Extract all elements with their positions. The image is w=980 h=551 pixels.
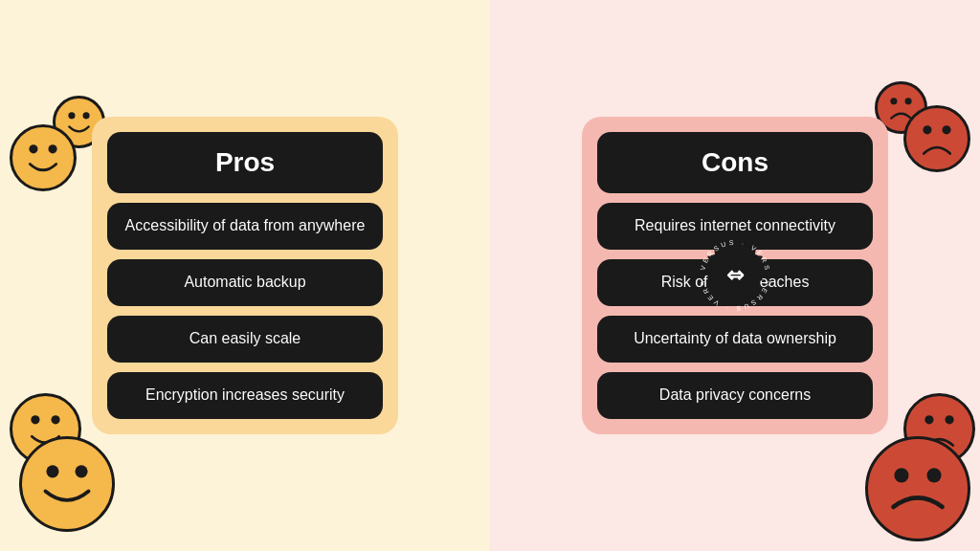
pros-item-2: Automatic backup	[107, 259, 383, 306]
svg-point-10	[923, 125, 931, 134]
cons-item-1-text: Requires internet connectivity	[635, 217, 835, 233]
svg-text:⇔: ⇔	[726, 263, 745, 287]
svg-point-3	[48, 144, 56, 153]
svg-point-8	[890, 98, 897, 104]
pros-title: Pros	[215, 147, 275, 177]
cons-header: Cons	[597, 132, 873, 193]
pros-item-3: Can easily scale	[107, 316, 383, 363]
pros-card: Pros Accessibility of data from anywhere…	[92, 117, 398, 433]
cons-item-4: Data privacy concerns	[597, 372, 873, 419]
pros-item-4: Encryption increases security	[107, 372, 383, 419]
svg-point-4	[31, 415, 39, 424]
happy-face-mid2	[10, 124, 77, 191]
svg-point-15	[926, 468, 941, 482]
svg-point-7	[75, 465, 87, 477]
cons-item-3-text: Uncertainty of data ownership	[634, 330, 836, 346]
pros-item-4-text: Encryption increases security	[145, 386, 345, 403]
pros-header: Pros	[107, 132, 383, 193]
svg-point-6	[46, 465, 58, 477]
svg-point-11	[942, 125, 950, 134]
cons-title: Cons	[702, 147, 768, 177]
svg-point-9	[905, 98, 912, 104]
cons-item-4-text: Data privacy concerns	[659, 386, 811, 403]
right-panel: Cons Requires internet connectivity Risk…	[490, 0, 980, 551]
svg-point-12	[924, 415, 933, 424]
sad-face-large	[865, 436, 970, 541]
svg-point-5	[51, 415, 59, 424]
cons-item-3: Uncertainty of data ownership	[597, 316, 873, 363]
svg-point-2	[29, 144, 37, 153]
svg-point-13	[945, 415, 953, 424]
sad-face-mid2	[903, 105, 970, 172]
left-panel: Pros Accessibility of data from anywhere…	[0, 0, 490, 551]
svg-point-1	[83, 112, 90, 119]
svg-point-0	[68, 112, 75, 119]
pros-item-1: Accessibility of data from anywhere	[107, 203, 383, 250]
happy-face-large	[19, 436, 115, 532]
svg-point-14	[894, 468, 908, 482]
pros-item-3-text: Can easily scale	[189, 330, 301, 346]
versus-badge: ⇔ VERSUS · VERSUS · VERSUS · VERSUS ·	[692, 232, 778, 319]
pros-item-1-text: Accessibility of data from anywhere	[125, 217, 366, 233]
pros-item-2-text: Automatic backup	[184, 274, 305, 290]
